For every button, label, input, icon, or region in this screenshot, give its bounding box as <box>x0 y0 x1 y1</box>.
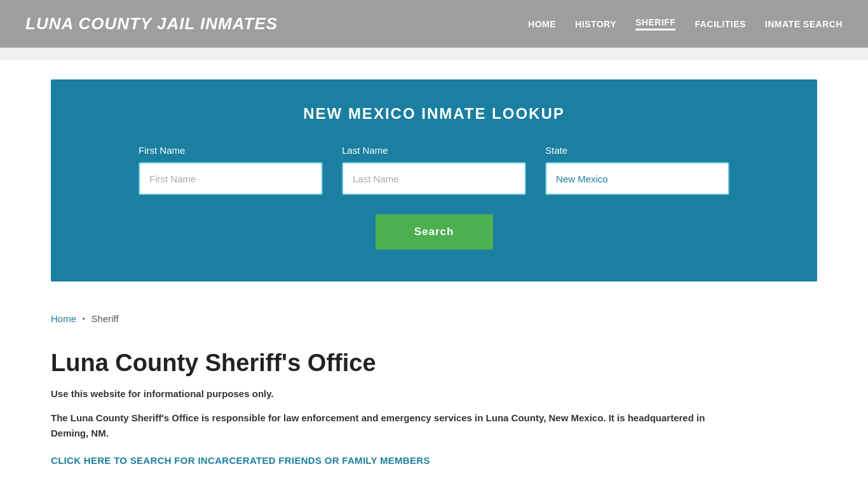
nav-facilities[interactable]: FACILITIES <box>695 19 745 29</box>
last-name-input[interactable] <box>342 162 526 195</box>
search-link[interactable]: CLICK HERE to Search for Incarcerated Fr… <box>51 455 430 466</box>
nav-sheriff[interactable]: SHERIFF <box>635 17 675 30</box>
state-label: State <box>545 145 729 156</box>
search-fields-container: First Name Last Name State <box>89 145 779 195</box>
tagline-text: Use this website for informational purpo… <box>51 388 817 399</box>
nav-inmate-search[interactable]: INMATE SEARCH <box>765 19 843 29</box>
breadcrumb-current: Sheriff <box>92 313 119 324</box>
state-input[interactable] <box>545 162 729 195</box>
page-title: Luna County Sheriff's Office <box>51 349 817 377</box>
breadcrumb-home-link[interactable]: Home <box>51 313 76 324</box>
breadcrumb: Home • Sheriff <box>0 301 868 337</box>
search-button-container: Search <box>89 214 779 250</box>
first-name-input[interactable] <box>139 162 323 195</box>
state-group: State <box>545 145 729 195</box>
main-content: Luna County Sheriff's Office Use this we… <box>0 337 868 488</box>
breadcrumb-separator: • <box>83 315 85 322</box>
sub-header-bar <box>0 48 868 60</box>
last-name-label: Last Name <box>342 145 526 156</box>
search-button[interactable]: Search <box>376 214 493 250</box>
main-nav: HOME HISTORY SHERIFF FACILITIES INMATE S… <box>528 17 843 30</box>
site-header: LUNA COUNTY JAIL INMATES HOME HISTORY SH… <box>0 0 868 48</box>
first-name-label: First Name <box>139 145 323 156</box>
site-title: LUNA COUNTY JAIL INMATES <box>25 14 278 34</box>
lookup-title: NEW MEXICO INMATE LOOKUP <box>89 105 779 123</box>
inmate-lookup-section: NEW MEXICO INMATE LOOKUP First Name Last… <box>51 79 817 281</box>
nav-history[interactable]: HISTORY <box>575 19 616 29</box>
nav-home[interactable]: HOME <box>528 19 556 29</box>
last-name-group: Last Name <box>342 145 526 195</box>
first-name-group: First Name <box>139 145 323 195</box>
description-text: The Luna County Sheriff's Office is resp… <box>51 410 718 441</box>
